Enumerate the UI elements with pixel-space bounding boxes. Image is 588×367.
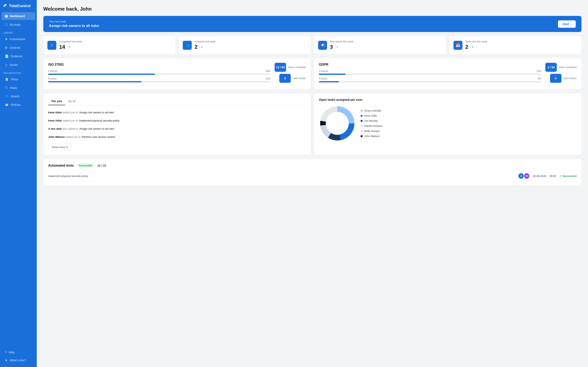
stat-card-completed: ✓ Completed last week 14 ↑ 2 bbox=[43, 36, 175, 54]
chart-card: Open tasks assigned per user bbox=[314, 93, 581, 155]
help-icon: ? bbox=[5, 350, 7, 354]
tab-for-you[interactable]: For you bbox=[48, 98, 65, 105]
controls-pct: 48% bbox=[266, 70, 270, 73]
stat-value: 2 bbox=[465, 44, 468, 50]
fw-issues-label: open issues bbox=[563, 77, 577, 80]
fw-tasks-label: tasks completed bbox=[288, 66, 306, 69]
legend-item-john: John Watson bbox=[361, 134, 382, 138]
sidebar-item-label: Evidence bbox=[11, 55, 23, 58]
framework-card-iso: ISO 27001 Controls 48% Policies 42% bbox=[43, 58, 311, 89]
stat-label: Completed last week bbox=[59, 40, 82, 43]
main-content: Welcome back, John Your next task: Assig… bbox=[37, 0, 588, 367]
policies-progress-fill bbox=[48, 81, 141, 82]
controls-label: Controls bbox=[319, 70, 328, 73]
sidebar-item-evidence[interactable]: 📄 Evidence bbox=[2, 52, 35, 60]
auto-tests-count: 22 / 24 bbox=[97, 164, 106, 167]
controls-icon: ⊞ bbox=[5, 46, 8, 50]
framework-name: GDPR bbox=[319, 63, 541, 67]
test-time: 09:00 bbox=[550, 175, 556, 178]
controls-progress-fill bbox=[319, 74, 346, 75]
sidebar-item-label: Assets bbox=[11, 95, 19, 98]
framework-card-gdpr: GDPR Controls 12% Policies 9% bbox=[314, 58, 581, 89]
show-more-label: Show more bbox=[52, 146, 65, 149]
frameworks-icon: ❖ bbox=[5, 37, 8, 41]
sidebar-item-risks[interactable]: 🛡 Risks bbox=[2, 84, 35, 92]
sidebar-item-assets[interactable]: 🌐 Assets bbox=[2, 92, 35, 100]
sidebar-item-issues[interactable]: ⚠ Issues bbox=[2, 61, 35, 69]
sidebar-item-controls[interactable]: ⊞ Controls bbox=[2, 44, 35, 52]
stat-label: New issues this week bbox=[330, 40, 354, 43]
app-name: TidalControl bbox=[9, 4, 31, 8]
policies-progress-bg bbox=[319, 81, 541, 82]
legend-item-irene: Irene Adler bbox=[361, 114, 382, 117]
chevron-right-icon: › bbox=[570, 22, 571, 26]
donut-chart bbox=[319, 105, 356, 142]
start-button[interactable]: Start › bbox=[558, 20, 576, 28]
fw-tasks-count: 13 / 98 bbox=[275, 63, 286, 72]
framework-name: ISO 27001 bbox=[48, 63, 270, 67]
whats-new-icon: ★ bbox=[5, 359, 8, 362]
chart-legend: Greg Lestrade Irene Adler Jim Moriaty Ma… bbox=[361, 109, 382, 138]
stat-card-tasks-due: 📅 Tasks due this week 2 ↑ 1 bbox=[449, 36, 581, 54]
activity-link: 'Implement physical security policy' bbox=[79, 119, 120, 122]
assets-icon: 🌐 bbox=[5, 94, 9, 98]
activity-chart-row: For you By all Irene Adler added you to … bbox=[43, 93, 581, 155]
sidebar-item-label: Help bbox=[9, 351, 15, 354]
activity-tabs: For you By all bbox=[48, 98, 306, 105]
auto-tests-status-badge: Successful bbox=[77, 164, 94, 167]
fw-tasks-count: 2 / 54 bbox=[545, 63, 557, 72]
tab-by-all[interactable]: By all bbox=[65, 98, 79, 105]
show-more-button[interactable]: Show more ▾ bbox=[48, 144, 71, 150]
activity-action: added you to bbox=[63, 119, 79, 122]
policies-progress-bg bbox=[48, 81, 270, 82]
controls-label: Controls bbox=[48, 70, 57, 73]
issues-icon: ⚠ bbox=[5, 63, 8, 67]
sidebar-item-label: Risks bbox=[10, 86, 17, 90]
test-status-label: Successful bbox=[562, 175, 577, 178]
sidebar-item-label: Frameworks bbox=[9, 38, 25, 41]
activity-action: added you to bbox=[63, 111, 79, 114]
activity-action: added you to bbox=[66, 135, 82, 138]
sidebar-item-policies[interactable]: 📁 Policies bbox=[2, 101, 35, 109]
stat-card-new-issues: 📢 New issues this week 3 ↑ 1 bbox=[314, 36, 446, 54]
legend-dot bbox=[361, 125, 363, 127]
legend-item-greg: Greg Lestrade bbox=[361, 109, 382, 112]
activity-card: For you By all Irene Adler added you to … bbox=[43, 93, 311, 155]
chart-container: Greg Lestrade Irene Adler Jim Moriaty Ma… bbox=[319, 105, 577, 142]
policies-label: Policies bbox=[48, 77, 57, 80]
sidebar-item-dashboard[interactable]: ▦ Dashboard bbox=[2, 12, 35, 20]
legend-item-martha: Martha Hudson bbox=[361, 124, 382, 127]
library-section-label: LIBRARY bbox=[0, 29, 37, 35]
sidebar-item-help[interactable]: ? Help bbox=[2, 349, 35, 356]
legend-label: Martha Hudson bbox=[364, 124, 382, 127]
stat-icon-new-issues: 📢 bbox=[318, 41, 327, 50]
auto-tests-title: Automated tests bbox=[48, 164, 74, 167]
activity-item-4: John Watson added you to 'Perform user a… bbox=[48, 133, 306, 141]
legend-dot bbox=[361, 120, 363, 122]
evidence-icon: 📄 bbox=[5, 54, 9, 58]
next-task-label: Your next task: bbox=[49, 20, 99, 23]
test-row: Implement physical security policy IA MM… bbox=[48, 171, 577, 181]
sidebar-item-my-tasks[interactable]: ☐ My tasks bbox=[2, 21, 35, 29]
sidebar-item-frameworks[interactable]: ❖ Frameworks bbox=[2, 35, 35, 43]
sidebar-item-label: Policies bbox=[11, 103, 21, 106]
sidebar-item-whats-new[interactable]: ★ What's new? bbox=[2, 356, 35, 364]
avatar-ia: IA bbox=[518, 173, 524, 179]
stat-value: 2 bbox=[195, 44, 198, 50]
policies-progress-fill bbox=[319, 81, 339, 82]
sidebar-item-plans[interactable]: 📋 Plans bbox=[2, 75, 35, 83]
controls-pct: 12% bbox=[536, 70, 541, 73]
activity-item-1: Irene Adler added you to 'Assign risk ow… bbox=[48, 108, 306, 117]
dashboard-icon: ▦ bbox=[5, 14, 8, 18]
page-title: Welcome back, John bbox=[43, 6, 581, 12]
legend-dot bbox=[361, 115, 363, 117]
controls-progress-bg bbox=[48, 74, 270, 75]
risks-icon: 🛡 bbox=[5, 86, 8, 90]
test-date: 26-09-2024 bbox=[533, 175, 546, 178]
test-avatars: IA MM bbox=[518, 173, 529, 179]
stat-delta: ↑ 1 bbox=[334, 45, 338, 49]
organisation-section-label: ORGANISATION bbox=[0, 69, 37, 75]
avatar-mm: MM bbox=[524, 173, 529, 179]
frameworks-row: ISO 27001 Controls 48% Policies 42% bbox=[43, 58, 581, 89]
activity-link: 'Perform user access review' bbox=[82, 135, 115, 138]
